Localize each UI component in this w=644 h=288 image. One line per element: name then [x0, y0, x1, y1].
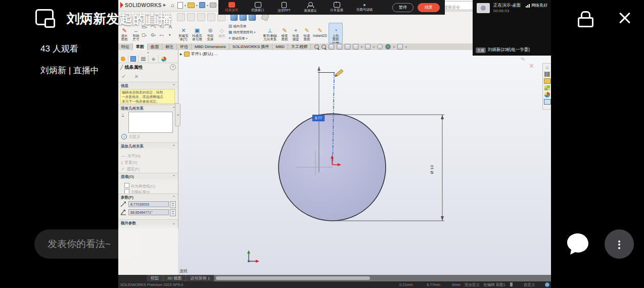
add-relations-header[interactable]: 添加几何关系⌃	[118, 142, 178, 149]
mysolidworks-icon[interactable]	[545, 282, 549, 287]
horizontal-scrollbar-track[interactable]	[214, 275, 551, 281]
end-presentation-button[interactable]: 结束演示	[218, 0, 245, 15]
convert-entities-button[interactable]: ▣转换实 体引用	[190, 23, 204, 41]
add-fix-relation[interactable]: ✓ 固定(F)	[121, 163, 140, 172]
offset-entities-button[interactable]: ⊚等距 实体	[204, 23, 216, 41]
tab-sketch[interactable]: 草图	[133, 43, 148, 50]
screen-lock-icon[interactable]	[578, 11, 593, 27]
home-icon[interactable]: ⌂	[169, 2, 176, 9]
view-orientation-icon[interactable]	[397, 44, 403, 50]
pause-button[interactable]: 暂停	[392, 3, 413, 12]
more-options-button[interactable]	[605, 229, 634, 259]
display-pane-tab[interactable]	[159, 55, 168, 63]
help-icon[interactable]: ?	[170, 64, 176, 70]
save-dropdown[interactable]: ▾	[207, 4, 208, 7]
save-icon[interactable]	[199, 2, 205, 8]
tab-motion-study[interactable]: 运动算例 1	[186, 275, 214, 281]
fillet-tool[interactable]: ⌐▾	[160, 32, 164, 37]
previous-view-icon[interactable]	[329, 44, 334, 50]
length-spinner[interactable]: ▲▼	[170, 201, 176, 208]
tab-custom[interactable]: 大工程师	[288, 43, 311, 50]
tab-3d-views[interactable]: 3D 视图	[163, 275, 186, 281]
quick-snaps-button[interactable]: ⌖快速 捕捉	[290, 23, 301, 41]
appearances-scenes-icon[interactable]	[544, 85, 550, 90]
switch-window-button[interactable]: 切换窗口	[245, 0, 271, 15]
panel-splitter-handle[interactable]: ◂	[175, 103, 180, 126]
tab-model[interactable]: 模型	[147, 275, 163, 281]
polygon-tool[interactable]: ⊙▾	[151, 32, 156, 37]
tool-icon[interactable]	[197, 13, 205, 21]
custom-properties-icon[interactable]	[544, 99, 551, 105]
tab-scroll-area[interactable]	[118, 275, 147, 281]
move-entities-button[interactable]: +移动实体 ▾	[228, 36, 248, 41]
solidworks-forum-icon[interactable]	[544, 92, 550, 98]
angle-spinner[interactable]: ▲▼	[170, 209, 176, 216]
property-tab[interactable]	[118, 55, 128, 63]
linear-pattern-button[interactable]: ▦线性草图阵列 ▾	[228, 30, 255, 35]
horizontal-scrollbar-thumb[interactable]	[216, 276, 370, 280]
point-tool[interactable]: ▪	[169, 32, 170, 37]
view-cube-icon[interactable]	[231, 14, 238, 21]
cancel-sketch-icon[interactable]: ✕	[529, 62, 534, 70]
relations-listbox[interactable]	[128, 112, 173, 133]
hide-show-items-icon[interactable]	[365, 44, 371, 50]
feature-tree-tab[interactable]	[128, 55, 139, 63]
rapid-sketch-button[interactable]: ✎快速 草图	[301, 23, 312, 41]
parameters-header[interactable]: 参数(P)⌃	[118, 194, 178, 200]
angle-value-field[interactable]: 88.65484771°	[128, 209, 169, 215]
display-relations-button[interactable]: ⊥显示/删除 几何关系	[261, 23, 279, 41]
graphics-viewport[interactable]: ▶ 零件1 (默认) ...	[178, 50, 551, 275]
print-icon[interactable]	[210, 3, 216, 8]
custom-toolbar-label[interactable]: 自定义	[524, 281, 535, 288]
repair-sketch-button[interactable]: ✎修复 草图	[279, 23, 290, 41]
new-file-dropdown[interactable]: ▾	[185, 4, 186, 7]
comment-input[interactable]: 发表你的看法~	[34, 229, 143, 259]
tab-mbd[interactable]: MBD	[272, 43, 288, 50]
slot-tool[interactable]: ◻▾	[142, 32, 147, 37]
end-button[interactable]: 结束	[418, 3, 440, 12]
close-stream-icon[interactable]	[617, 10, 633, 26]
resources-home-icon[interactable]: ⌂	[543, 64, 551, 71]
info-section-header[interactable]: 信息⌃	[118, 82, 178, 88]
section-view-icon[interactable]	[337, 44, 342, 50]
chat-bubble-icon[interactable]	[563, 229, 592, 259]
ok-button[interactable]: ✓	[121, 73, 126, 79]
tab-evaluate[interactable]: 评估	[177, 43, 192, 50]
mirror-entities-button[interactable]: ▥镜向实体	[228, 24, 247, 29]
options-header[interactable]: 选项(O)⌃	[118, 173, 178, 179]
tab-mbd-dimensions[interactable]: MBD Dimensions	[192, 43, 229, 50]
tab-addins[interactable]: SOLIDWORKS 插件	[229, 43, 272, 50]
length-value-field[interactable]: 8.77039003	[128, 201, 169, 207]
sketch-canvas[interactable]	[178, 50, 551, 275]
configurations-tab[interactable]	[139, 55, 149, 63]
tab-features[interactable]: 特征	[118, 43, 133, 50]
presenter-preview-window[interactable]: 正在演示-桌面 00:06:03 网络良好 主播 刘炳新(23机电一学委)	[473, 0, 551, 56]
file-explorer-icon[interactable]	[544, 78, 551, 84]
new-file-icon[interactable]	[177, 2, 183, 9]
design-library-icon[interactable]	[544, 72, 550, 77]
dimxpert-tab[interactable]: ⊕	[149, 55, 159, 63]
diameter-dimension-label[interactable]: Ø 10	[430, 165, 434, 174]
scene-icon[interactable]	[385, 44, 391, 50]
tool-icon[interactable]	[177, 13, 185, 21]
trim-entities-button[interactable]: ✕剪裁实 体(T)	[177, 23, 190, 41]
open-file-dropdown[interactable]: ▾	[196, 4, 198, 7]
panel-collapse-arrow[interactable]: ▾	[118, 50, 178, 55]
view-cube-icon[interactable]	[249, 14, 256, 21]
extra-parameters-header[interactable]: 额外参数⌄	[118, 219, 178, 226]
tab-surfaces[interactable]: 曲面	[148, 43, 162, 50]
tool-icon[interactable]	[187, 13, 195, 21]
shaded-sketch-contours-button[interactable]: ◔上色 草图 轮廓	[329, 23, 343, 43]
zoom-area-icon[interactable]	[321, 44, 326, 49]
search-command-box[interactable]: 搜索命令	[442, 1, 473, 10]
open-file-icon[interactable]	[188, 3, 195, 8]
display-style-icon[interactable]	[353, 44, 358, 50]
menu-flyout-arrow[interactable]: ▶	[163, 3, 166, 7]
share-live-button[interactable]: ↑ 分享直播	[324, 0, 350, 15]
invite-audience-button[interactable]: 邀请观众	[297, 0, 324, 15]
appearances-icon[interactable]	[377, 44, 383, 50]
zoom-fit-icon[interactable]	[314, 44, 319, 49]
present-ppt-button[interactable]: 演示PPT	[271, 0, 297, 15]
cancel-button[interactable]: ✕	[134, 74, 139, 79]
tab-annotate[interactable]: 标注	[162, 43, 177, 50]
